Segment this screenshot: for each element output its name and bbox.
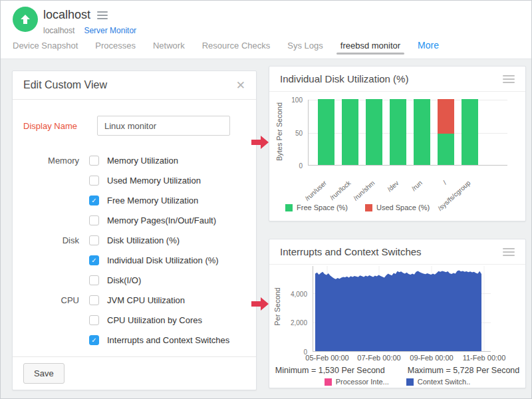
checkbox-label-cpu-utilization-by-cores: CPU Utilization by Cores: [107, 315, 202, 325]
bar-run-user: [318, 99, 334, 165]
metric-row-memory-utilization: MemoryMemory Utilization: [13, 150, 256, 170]
display-name-label: Display Name: [13, 121, 77, 131]
breadcrumb: localhost Server Monitor: [43, 26, 136, 35]
checkbox-interrupts-and-context-switches[interactable]: ✓: [89, 335, 99, 345]
save-button[interactable]: Save: [23, 363, 65, 384]
legend-label-context-switch: Context Switch..: [418, 378, 470, 386]
chart2-header: Interrupts and Context Switches: [269, 239, 525, 265]
chart2-title: Interrupts and Context Switches: [280, 246, 422, 257]
checkbox-disk-utilization[interactable]: [89, 235, 99, 245]
checkbox-jvm-cpu-utilization[interactable]: [89, 295, 99, 305]
tab-sys-logs[interactable]: Sys Logs: [287, 35, 323, 59]
bar-segment-free-space-run-user: [318, 99, 334, 165]
metric-row-cpu-utilization-by-cores: CPU Utilization by Cores: [13, 310, 256, 330]
breadcrumb-host: localhost: [43, 26, 74, 35]
bar-segment-free-space-run-lock: [342, 99, 358, 165]
chart1-xlabel-root: /: [442, 179, 448, 186]
checkbox-free-memory-utilization[interactable]: ✓: [89, 196, 99, 205]
chart1-ytick-100: 100: [276, 96, 303, 104]
page-title: localhost: [43, 8, 90, 22]
monitor-status-avatar: [13, 7, 38, 32]
chart2-legend: Processor Inte...Context Switch..: [269, 378, 525, 386]
group-label-memory: Memory: [13, 156, 79, 166]
legend-item-processor-inte: Processor Inte...: [325, 378, 389, 386]
chart2-menu-icon[interactable]: [503, 248, 515, 256]
chart2-xtick-11-feb-00-00: 11-Feb 00:00: [454, 354, 514, 362]
checkbox-used-memory-utilization[interactable]: [89, 176, 99, 186]
chart1-xlabel-run-user: /run/user: [303, 179, 328, 202]
used-space-swatch: [365, 204, 372, 211]
chart1-title: Individual Disk Utilization (%): [280, 73, 408, 84]
tab-device-snapshot[interactable]: Device Snapshot: [13, 35, 78, 59]
checkbox-memory-utilization[interactable]: [89, 156, 99, 166]
chart2-ytick-2000: 2,000: [278, 319, 307, 327]
tab-processes[interactable]: Processes: [95, 35, 136, 59]
tab-freebsd-monitor[interactable]: freebsd monitor: [340, 35, 400, 59]
tab-bar: Device SnapshotProcessesNetworkResource …: [13, 35, 456, 59]
metric-row-memory-pages-in-out-fault: Memory Pages(In/Out/Fault): [13, 210, 256, 230]
chart2-xtick-07-feb-00-00: 07-Feb 00:00: [349, 354, 409, 362]
bar-sys-fs-cgroup: [462, 99, 478, 165]
chart2-xtick-09-feb-00-00: 09-Feb 00:00: [402, 354, 462, 362]
chart1-xlabel-run-lock: /run/lock: [329, 179, 352, 201]
legend-label-processor-inte: Processor Inte...: [336, 378, 389, 386]
checkbox-label-memory-pages-in-out-fault: Memory Pages(In/Out/Fault): [107, 215, 216, 225]
annotation-arrow-interrupts: [251, 297, 269, 311]
chart1-legend: Free Space (%)Used Space (%): [285, 203, 430, 211]
group-label-cpu: CPU: [13, 295, 79, 305]
title-hamburger-icon[interactable]: [97, 11, 108, 19]
checkbox-individual-disk-utilization[interactable]: ✓: [89, 255, 99, 265]
checkbox-label-individual-disk-utilization: Individual Disk Utilization (%): [107, 255, 219, 265]
checkbox-cpu-utilization-by-cores[interactable]: [89, 315, 99, 325]
chart2-ytick-4000: 4,000: [278, 291, 307, 298]
display-name-input[interactable]: [97, 116, 230, 136]
bar-segment-used-space-root: [438, 99, 454, 134]
close-icon[interactable]: ✕: [236, 80, 245, 91]
bar-segment-free-space-run: [414, 99, 430, 165]
context-switches-area: [315, 271, 481, 352]
bar-dev: [390, 99, 406, 165]
metric-row-used-memory-utilization: Used Memory Utilization: [13, 170, 256, 190]
metric-row-individual-disk-utilization: ✓Individual Disk Utilization (%): [13, 250, 256, 270]
chart2-xlabels: 05-Feb 00:0007-Feb 00:0009-Feb 00:0011-F…: [313, 354, 491, 363]
chart1-header: Individual Disk Utilization (%): [269, 66, 525, 92]
legend-item-used-space: Used Space (%): [365, 203, 430, 211]
processor-inte-swatch: [325, 378, 332, 386]
bar-segment-free-space-dev: [390, 99, 406, 165]
arrow-up-icon: [19, 13, 31, 25]
dialog-footer: Save: [13, 356, 256, 390]
bar-run-lock: [342, 99, 358, 165]
tab-more[interactable]: More: [418, 35, 439, 59]
checkbox-label-disk-utilization: Disk Utilization (%): [107, 235, 180, 245]
chart1-ytick-0: 0: [276, 162, 303, 170]
legend-item-context-switch: Context Switch..: [406, 378, 470, 386]
checkbox-label-used-memory-utilization: Used Memory Utilization: [107, 176, 201, 186]
server-monitor-page: localhost localhost Server Monitor Devic…: [0, 0, 532, 399]
chart2-minimum: Minimum = 1,530 Per Second: [275, 366, 385, 375]
chart1-menu-icon[interactable]: [503, 75, 515, 83]
page-header: localhost localhost Server Monitor Devic…: [1, 1, 531, 59]
free-space-swatch: [285, 204, 293, 211]
context-switch-swatch: [406, 378, 414, 386]
metric-row-jvm-cpu-utilization: CPUJVM CPU Utilization: [13, 290, 256, 310]
bar-run-shm: [366, 99, 382, 165]
legend-label-used-space: Used Space (%): [376, 203, 430, 211]
checkbox-label-memory-utilization: Memory Utilization: [107, 156, 178, 166]
tab-resource-checks[interactable]: Resource Checks: [202, 35, 271, 59]
chart2-plot: [313, 266, 491, 352]
tab-network[interactable]: Network: [153, 35, 185, 59]
legend-item-free-space: Free Space (%): [285, 203, 348, 211]
checkbox-disk-i-o[interactable]: [89, 275, 99, 285]
chart2-xtick-05-feb-00-00: 05-Feb 00:00: [297, 354, 357, 362]
chart1-ytick-50: 50: [276, 130, 303, 137]
chart1-xlabel-sys-fs-cgroup: /sys/fs/cgroup: [436, 179, 471, 211]
metric-row-interrupts-and-context-switches: ✓Interrupts and Context Switches: [13, 330, 256, 350]
legend-label-free-space: Free Space (%): [297, 203, 348, 211]
breadcrumb-server-monitor-link[interactable]: Server Monitor: [84, 26, 136, 35]
edit-custom-view-dialog: Edit Custom View ✕ Display Name MemoryMe…: [12, 70, 257, 390]
checkbox-memory-pages-in-out-fault[interactable]: [89, 215, 99, 225]
interrupts-chart-card: Interrupts and Context Switches Per Seco…: [269, 239, 526, 388]
metric-row-disk-i-o: Disk(I/O): [13, 270, 256, 290]
chart1-xlabel-dev: /dev: [386, 179, 400, 193]
group-label-disk: Disk: [13, 235, 79, 245]
